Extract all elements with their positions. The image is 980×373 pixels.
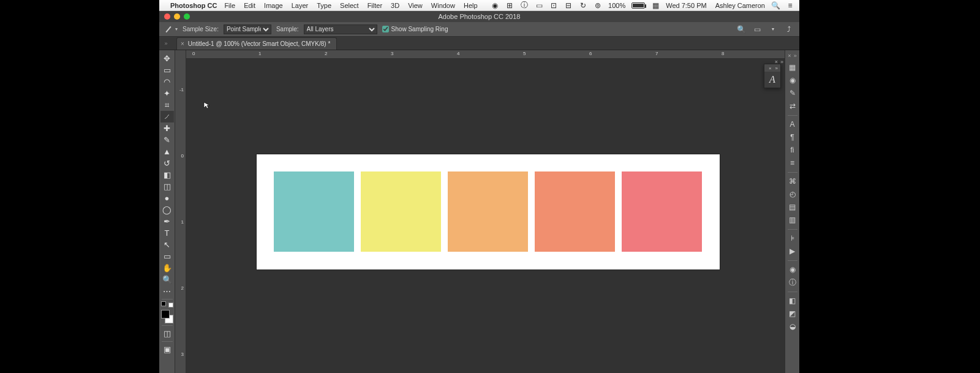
window-close-button[interactable] — [164, 13, 170, 20]
tab-close-icon[interactable]: × — [181, 40, 184, 47]
channels-panel[interactable]: ◩ — [786, 307, 799, 320]
crop-tool[interactable]: ⌗ — [160, 99, 174, 111]
menu-image[interactable]: Image — [264, 2, 283, 9]
swatches-panel[interactable]: ✎ — [786, 87, 799, 99]
palette-swatch-2[interactable] — [361, 171, 441, 252]
menu-type[interactable]: Type — [317, 2, 331, 9]
pen-tool[interactable]: ✒ — [160, 216, 174, 227]
lasso-tool[interactable]: ◠ — [160, 76, 174, 88]
spotlight-icon[interactable]: 🔍 — [771, 2, 780, 9]
ruler-horizontal[interactable]: -1012345678 — [186, 50, 785, 59]
status-icon-4[interactable]: ⊟ — [564, 2, 573, 9]
palette-swatch-4[interactable] — [535, 171, 615, 252]
gradient-tool[interactable]: ◫ — [160, 181, 174, 192]
quick-select-tool[interactable]: ✦ — [160, 88, 174, 99]
menu-layer[interactable]: Layer — [292, 2, 309, 9]
status-icon-3[interactable]: ⊡ — [549, 2, 558, 9]
palette-swatch-1[interactable] — [274, 171, 354, 252]
type-tool[interactable]: T — [160, 227, 174, 239]
status-icon-2[interactable]: ▭ — [535, 2, 543, 9]
actions-panel[interactable]: ▶ — [786, 245, 799, 257]
arrange-documents-icon[interactable]: ▭ — [752, 24, 763, 34]
layers-panel[interactable]: ◧ — [786, 295, 799, 307]
marquee-tool[interactable]: ▭ — [160, 64, 174, 76]
toolbar-toggle-icon[interactable]: » — [159, 37, 173, 50]
history-panel[interactable]: ◴ — [786, 188, 799, 200]
share-icon[interactable]: ⤴ — [783, 24, 794, 34]
canvas-close-icon[interactable]: × — [775, 59, 778, 65]
window-maximize-button[interactable] — [184, 13, 190, 20]
palette-swatch-3[interactable] — [448, 171, 528, 252]
libraries-panel[interactable]: ▦ — [786, 61, 799, 73]
a-panel[interactable]: ⌘ — [786, 175, 799, 187]
paths-panel[interactable]: ◒ — [786, 320, 799, 333]
document-panel[interactable]: ▤ — [786, 201, 799, 213]
hand-tool[interactable]: ✋ — [160, 262, 174, 274]
character-panel[interactable]: A — [786, 118, 799, 130]
ruler-vertical[interactable]: -10123 — [175, 50, 186, 373]
blur-tool[interactable]: ● — [160, 192, 174, 204]
color-panel[interactable]: ◉ — [786, 74, 799, 86]
menubar-clock[interactable]: Wed 7:50 PM — [666, 2, 706, 9]
arrange-chevron-icon[interactable]: ▾ — [767, 24, 778, 34]
color-swatch[interactable] — [161, 310, 173, 323]
healing-tool[interactable]: ✚ — [160, 122, 174, 134]
properties-panel[interactable]: ⓘ — [786, 276, 799, 288]
menu-filter[interactable]: Filter — [368, 2, 382, 9]
menu-select[interactable]: Select — [340, 2, 359, 9]
menu-window[interactable]: Window — [431, 2, 455, 9]
default-colors-icon[interactable] — [161, 301, 173, 307]
info-panel[interactable]: ▥ — [786, 214, 799, 226]
show-ring-checkbox-wrap[interactable]: Show Sampling Ring — [382, 26, 448, 32]
history-brush-tool[interactable]: ↺ — [160, 157, 174, 169]
window-minimize-button[interactable] — [174, 13, 180, 20]
menu-file[interactable]: File — [224, 2, 235, 9]
adjustments-panel[interactable]: ⇄ — [786, 100, 799, 112]
battery-icon[interactable] — [631, 2, 645, 9]
move-tool[interactable]: ✥ — [160, 53, 174, 64]
character-panel-icon[interactable]: A — [769, 74, 775, 85]
eyedropper-tool[interactable]: ⟋ — [160, 111, 174, 122]
search-icon[interactable]: 🔍 — [736, 24, 747, 34]
shape-tool[interactable]: ▭ — [160, 251, 174, 262]
control-center-icon[interactable]: ▦ — [651, 2, 660, 9]
panel-collapse-icon[interactable]: » — [775, 66, 778, 71]
menu-help[interactable]: Help — [464, 2, 478, 9]
more-tools[interactable]: ⋯ — [160, 285, 174, 297]
zoom-tool[interactable]: 🔍 — [160, 274, 174, 285]
measure-panel[interactable]: ⊧ — [786, 232, 799, 244]
clone-stamp-tool[interactable]: ▲ — [160, 146, 174, 157]
canvas-collapse-icon[interactable]: » — [780, 59, 783, 65]
dock-close-icon[interactable]: × — [788, 53, 791, 59]
document-tab[interactable]: × Untitled-1 @ 100% (Vector Smart Object… — [176, 37, 337, 50]
menu-edit[interactable]: Edit — [244, 2, 255, 9]
dock-toggle-icon[interactable]: » — [794, 53, 797, 59]
wifi-icon[interactable]: ⊚ — [594, 2, 602, 9]
align-panel[interactable]: ≡ — [786, 157, 799, 169]
status-icon-1[interactable]: ⓘ — [520, 2, 529, 9]
dropbox-icon[interactable]: ⊞ — [505, 2, 514, 9]
show-ring-checkbox[interactable] — [382, 26, 389, 32]
quick-mask-icon[interactable]: ◫ — [160, 328, 174, 339]
path-select-tool[interactable]: ↖ — [160, 239, 174, 251]
menubar-user[interactable]: Ashley Cameron — [715, 2, 765, 9]
menu-3d[interactable]: 3D — [391, 2, 399, 9]
paragraph-panel[interactable]: ¶ — [786, 131, 799, 143]
palette-swatch-5[interactable] — [622, 171, 702, 252]
screen-mode-icon[interactable]: ▣ — [160, 344, 174, 355]
eraser-tool[interactable]: ◧ — [160, 169, 174, 181]
tool-preset-chevron-icon[interactable]: ▾ — [175, 26, 178, 32]
notification-center-icon[interactable]: ≡ — [786, 2, 794, 9]
foreground-color[interactable] — [161, 310, 170, 318]
collapsed-panel[interactable]: ×» A — [764, 64, 781, 88]
sample-select[interactable]: All Layers — [304, 24, 377, 34]
panel-close-icon[interactable]: × — [769, 66, 772, 71]
app-menu[interactable]: Photoshop CC — [170, 2, 217, 9]
time-machine-icon[interactable]: ↻ — [579, 2, 587, 9]
menu-view[interactable]: View — [408, 2, 423, 9]
artboard[interactable] — [257, 154, 720, 269]
dodge-tool[interactable]: ◯ — [160, 204, 174, 216]
glyphs-panel[interactable]: fi — [786, 144, 799, 156]
canvas-area[interactable]: -1012345678 ×» ×» A — [186, 50, 785, 373]
visibility-panel[interactable]: ◉ — [786, 263, 799, 276]
